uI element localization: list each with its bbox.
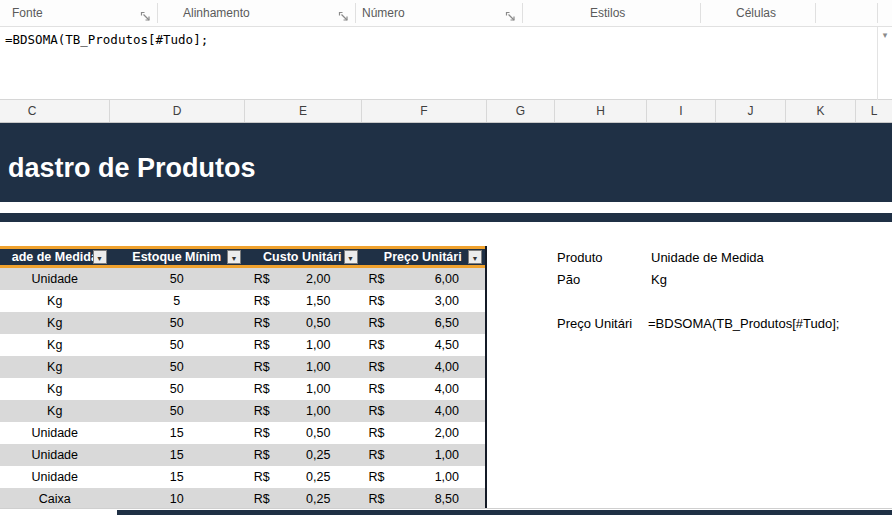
cell-preco-unitario[interactable]: R$1,00 xyxy=(360,444,485,466)
cell-estoque-minimo[interactable]: 50 xyxy=(109,334,243,356)
cell-preco-unitario[interactable]: R$4,50 xyxy=(360,334,485,356)
cell-unidade-medida[interactable]: Unidade xyxy=(0,466,109,488)
header-preco-unitario[interactable]: Preço Unitári ▼ xyxy=(361,249,485,265)
column-header-h[interactable]: H xyxy=(555,100,647,122)
currency-symbol: R$ xyxy=(254,422,270,444)
lookup-unit-label[interactable]: Unidade de Medida xyxy=(651,248,764,268)
column-header-i[interactable]: I xyxy=(647,100,716,122)
table-row: Kg 50 R$1,00 R$4,00 xyxy=(0,378,485,400)
column-header-j[interactable]: J xyxy=(716,100,786,122)
table-row: Unidade 15 R$0,50 R$2,00 xyxy=(0,422,485,444)
cell-estoque-minimo[interactable]: 50 xyxy=(109,268,243,290)
cell-preco-unitario[interactable]: R$4,00 xyxy=(360,356,485,378)
cell-custo-unitario[interactable]: R$1,50 xyxy=(244,290,361,312)
dialog-launcher-icon[interactable] xyxy=(338,8,349,19)
sheet-bottom-strip xyxy=(0,508,892,515)
table-row: Kg 50 R$1,00 R$4,00 xyxy=(0,400,485,422)
column-header-e[interactable]: E xyxy=(245,100,362,122)
cell-unidade-medida[interactable]: Unidade xyxy=(0,422,109,444)
header-label: Preço Unitári xyxy=(384,250,462,264)
cell-preco-unitario[interactable]: R$3,00 xyxy=(360,290,485,312)
cell-value: 8,50 xyxy=(435,488,459,510)
column-header-d[interactable]: D xyxy=(110,100,245,122)
filter-button[interactable]: ▼ xyxy=(227,250,241,264)
cell-estoque-minimo[interactable]: 50 xyxy=(109,356,243,378)
cell-value: 1,00 xyxy=(306,334,330,356)
ribbon-separator xyxy=(522,3,523,23)
cell-unidade-medida[interactable]: Kg xyxy=(0,334,109,356)
cell-estoque-minimo[interactable]: 50 xyxy=(109,312,243,334)
cell-preco-unitario[interactable]: R$2,00 xyxy=(360,422,485,444)
ribbon-group-celulas-label: Células xyxy=(736,0,776,26)
currency-symbol: R$ xyxy=(368,488,384,510)
currency-symbol: R$ xyxy=(254,444,270,466)
cell-value: 1,00 xyxy=(306,356,330,378)
cell-unidade-medida[interactable]: Kg xyxy=(0,356,109,378)
lookup-price-formula-cell[interactable]: =BDSOMA(TB_Produtos[#Tudo]; xyxy=(648,314,839,334)
cell-unidade-medida[interactable]: Unidade xyxy=(0,444,109,466)
cell-preco-unitario[interactable]: R$6,50 xyxy=(360,312,485,334)
formula-input[interactable]: =BDSOMA(TB_Produtos[#Tudo]; xyxy=(5,32,208,47)
cell-estoque-minimo[interactable]: 15 xyxy=(109,444,243,466)
header-unidade-de-medida[interactable]: ade de Medida ▼ xyxy=(0,249,110,265)
filter-icon: ▼ xyxy=(347,255,354,262)
products-table: ade de Medida ▼ Estoque Mínim ▼ Custo Un… xyxy=(0,246,487,510)
dialog-launcher-icon[interactable] xyxy=(505,8,516,19)
cell-estoque-minimo[interactable]: 50 xyxy=(109,400,243,422)
cell-estoque-minimo[interactable]: 10 xyxy=(109,488,243,510)
cell-custo-unitario[interactable]: R$1,00 xyxy=(244,378,361,400)
title-banner: dastro de Produtos xyxy=(0,123,892,202)
lookup-product-value[interactable]: Pão xyxy=(557,270,580,290)
cell-custo-unitario[interactable]: R$2,00 xyxy=(244,268,361,290)
cell-custo-unitario[interactable]: R$0,50 xyxy=(244,422,361,444)
cell-custo-unitario[interactable]: R$0,25 xyxy=(244,488,361,510)
lookup-unit-value[interactable]: Kg xyxy=(651,270,667,290)
column-header-c[interactable]: C xyxy=(0,100,110,122)
cell-custo-unitario[interactable]: R$0,25 xyxy=(244,444,361,466)
column-header-g[interactable]: G xyxy=(487,100,555,122)
cell-preco-unitario[interactable]: R$8,50 xyxy=(360,488,485,510)
header-custo-unitario[interactable]: Custo Unitári ▼ xyxy=(244,249,361,265)
formula-bar[interactable]: =BDSOMA(TB_Produtos[#Tudo]; ▾ xyxy=(0,27,892,100)
cell-unidade-medida[interactable]: Kg xyxy=(0,290,109,312)
filter-button[interactable]: ▼ xyxy=(93,250,107,264)
filter-button[interactable]: ▼ xyxy=(344,250,358,264)
cell-unidade-medida[interactable]: Kg xyxy=(0,378,109,400)
cell-unidade-medida[interactable]: Kg xyxy=(0,400,109,422)
cell-custo-unitario[interactable]: R$0,25 xyxy=(244,466,361,488)
cell-preco-unitario[interactable]: R$6,00 xyxy=(360,268,485,290)
cell-custo-unitario[interactable]: R$0,50 xyxy=(244,312,361,334)
currency-symbol: R$ xyxy=(368,334,384,356)
cell-custo-unitario[interactable]: R$1,00 xyxy=(244,334,361,356)
table-row: Kg 50 R$1,00 R$4,50 xyxy=(0,334,485,356)
formula-collapse-icon[interactable]: ▾ xyxy=(878,27,892,43)
column-header-k[interactable]: K xyxy=(786,100,856,122)
cell-estoque-minimo[interactable]: 5 xyxy=(109,290,243,312)
cell-custo-unitario[interactable]: R$1,00 xyxy=(244,400,361,422)
horizontal-scrollbar[interactable] xyxy=(117,510,892,515)
table-row: Kg 5 R$1,50 R$3,00 xyxy=(0,290,485,312)
dialog-launcher-icon[interactable] xyxy=(140,8,151,19)
currency-symbol: R$ xyxy=(254,312,270,334)
filter-button[interactable]: ▼ xyxy=(468,250,482,264)
cell-custo-unitario[interactable]: R$1,00 xyxy=(244,356,361,378)
cell-estoque-minimo[interactable]: 15 xyxy=(109,422,243,444)
lookup-price-label[interactable]: Preço Unitári xyxy=(557,314,649,334)
cell-unidade-medida[interactable]: Unidade xyxy=(0,268,109,290)
header-estoque-minimo[interactable]: Estoque Mínim ▼ xyxy=(110,249,244,265)
column-header-f[interactable]: F xyxy=(362,100,487,122)
table-row: Unidade 15 R$0,25 R$1,00 xyxy=(0,444,485,466)
lookup-product-label[interactable]: Produto xyxy=(557,248,603,268)
column-header-l[interactable]: L xyxy=(856,100,892,122)
cell-preco-unitario[interactable]: R$4,00 xyxy=(360,378,485,400)
currency-symbol: R$ xyxy=(254,400,270,422)
filter-icon: ▼ xyxy=(231,255,238,262)
cell-preco-unitario[interactable]: R$4,00 xyxy=(360,400,485,422)
cell-unidade-medida[interactable]: Kg xyxy=(0,312,109,334)
currency-symbol: R$ xyxy=(368,312,384,334)
cell-preco-unitario[interactable]: R$1,00 xyxy=(360,466,485,488)
filter-icon: ▼ xyxy=(96,255,103,262)
cell-estoque-minimo[interactable]: 15 xyxy=(109,466,243,488)
cell-unidade-medida[interactable]: Caixa xyxy=(0,488,109,510)
cell-estoque-minimo[interactable]: 50 xyxy=(109,378,243,400)
